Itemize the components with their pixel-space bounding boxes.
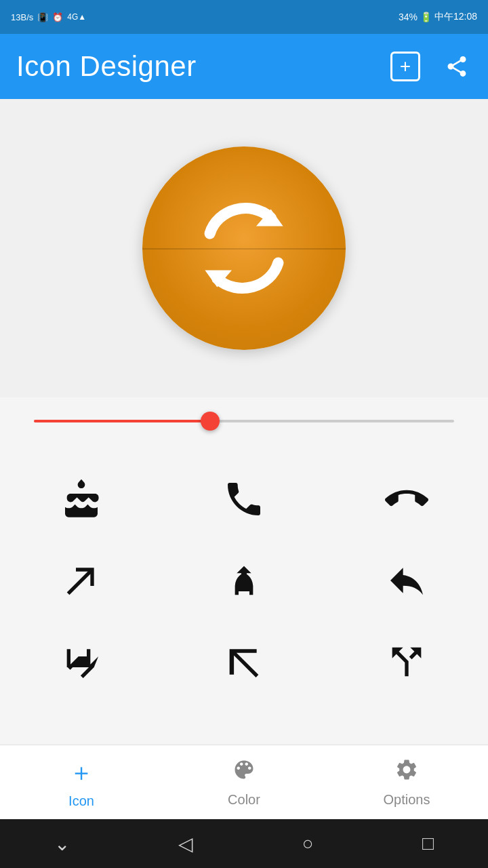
nav-down-button[interactable]: ⌄ [34, 826, 90, 862]
palette-nav-icon [232, 757, 256, 788]
share-button[interactable] [442, 52, 472, 81]
icon-grid-row-1 [0, 458, 488, 540]
nav-icon-label: Icon [68, 793, 94, 809]
slider-track [34, 420, 454, 422]
icon-grid-row-2 [0, 540, 488, 621]
arrow-down-left-icon-item[interactable] [183, 628, 305, 696]
nav-recents-button[interactable]: □ [402, 826, 454, 861]
nav-home-button[interactable]: ○ [282, 826, 334, 861]
nav-options-label: Options [384, 792, 430, 808]
icon-preview-area [0, 99, 488, 397]
reply-icon [385, 559, 428, 602]
split-icon-item[interactable] [346, 628, 468, 696]
arrow-down-right-icon-item[interactable] [20, 628, 142, 696]
reply-icon-item[interactable] [346, 547, 468, 614]
circle-divider [142, 248, 346, 250]
call-end-icon [385, 477, 428, 521]
vibrate-icon: 📳 [37, 12, 48, 22]
size-slider-container [34, 411, 454, 431]
nav-color-label: Color [228, 792, 260, 808]
system-nav-bar: ⌄ ◁ ○ □ [0, 819, 488, 868]
alarm-icon: ⏰ [52, 12, 63, 22]
battery-percent: 34% [399, 12, 418, 22]
main-content [0, 99, 488, 764]
merge-up-icon-item[interactable] [183, 547, 305, 614]
split-icon [385, 640, 428, 684]
cake-icon [60, 477, 103, 521]
merge-up-icon [222, 559, 266, 602]
time-display: 中午12:08 [434, 11, 477, 23]
battery-icon: 🔋 [420, 12, 432, 22]
phone-icon-item[interactable] [183, 465, 305, 533]
app-title: Icon Designer [16, 50, 197, 83]
icon-grid-row-3 [0, 621, 488, 703]
arrow-up-right-icon [60, 559, 103, 602]
settings-nav-icon [394, 757, 419, 788]
status-bar: 13B/s 📳 ⏰ 4G▲ 34% 🔋 中午12:08 [0, 0, 488, 34]
phone-icon [222, 477, 266, 521]
bottom-nav: ＋ Icon Color Options [0, 745, 488, 819]
signal-icon: 4G▲ [67, 12, 86, 22]
add-button[interactable]: + [390, 52, 420, 81]
icon-grid [0, 445, 488, 764]
nav-item-color[interactable]: Color [163, 745, 325, 819]
nav-back-button[interactable]: ◁ [158, 826, 214, 862]
icon-preview-circle[interactable] [142, 146, 346, 350]
app-bar-actions: + [390, 52, 472, 81]
add-icon: + [390, 52, 420, 81]
network-speed: 13B/s [11, 12, 33, 22]
status-left: 13B/s 📳 ⏰ 4G▲ [11, 12, 86, 22]
call-end-icon-item[interactable] [346, 465, 468, 533]
app-bar: Icon Designer + [0, 34, 488, 99]
arrow-down-right-icon [60, 640, 103, 684]
nav-item-options[interactable]: Options [325, 745, 488, 819]
slider-area [0, 397, 488, 445]
arrow-down-left-icon [222, 640, 266, 684]
arrow-up-right-icon-item[interactable] [20, 547, 142, 614]
cake-icon-item[interactable] [20, 465, 142, 533]
status-right: 34% 🔋 中午12:08 [399, 11, 477, 23]
share-icon [445, 54, 469, 79]
nav-item-icon[interactable]: ＋ Icon [0, 745, 163, 819]
add-nav-icon: ＋ [69, 756, 94, 789]
